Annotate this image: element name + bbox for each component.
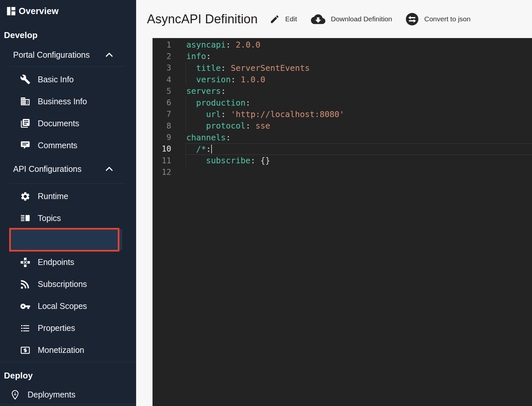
sidebar-item-documents[interactable]: Documents — [0, 112, 136, 134]
indent-guide — [186, 120, 186, 132]
code-text: version: 1.0.0 — [186, 75, 265, 84]
code-text: servers: — [186, 86, 226, 96]
sidebar-item-label: Runtime — [38, 192, 68, 201]
code-line-11[interactable]: 11subscribe: {} — [153, 155, 532, 166]
sidebar-item-label: Comments — [38, 141, 77, 150]
group-header-label: Portal Configurations — [13, 50, 90, 60]
line-number: 5 — [153, 87, 171, 96]
line-number: 1 — [153, 40, 171, 50]
code-line-10[interactable]: 10/*: — [153, 143, 532, 155]
line-number: 7 — [153, 110, 171, 119]
token-val: sse — [256, 121, 270, 131]
sidebar-item-label: Topics — [38, 213, 61, 223]
indent-guide — [186, 74, 186, 85]
token-punc: {} — [260, 156, 270, 165]
code-text: protocol: sse — [186, 121, 270, 131]
sidebar-item-monetization[interactable]: Monetization — [0, 339, 136, 361]
sidebar-item-basic-info[interactable]: Basic Info — [0, 69, 136, 91]
code-editor[interactable]: 1asyncapi: 2.0.02info:3title: ServerSent… — [153, 38, 532, 406]
sidebar-item-business-info[interactable]: Business Info — [0, 91, 136, 112]
line-number: 4 — [153, 75, 171, 84]
code-line-8[interactable]: 8protocol: sse — [153, 120, 532, 132]
code-line-2[interactable]: 2info: — [153, 51, 532, 62]
token-punc: : — [206, 51, 211, 61]
documents-icon — [19, 117, 32, 130]
sidebar-item-local-scopes[interactable]: Local Scopes — [0, 295, 136, 317]
sidebar-item-label: Deployments — [28, 390, 75, 399]
line-number: 6 — [153, 98, 171, 107]
wrench-icon — [19, 73, 32, 86]
download-definition-button[interactable]: Download Definition — [311, 13, 392, 25]
code-line-9[interactable]: 9channels: — [153, 132, 532, 143]
sidebar-item-label: Monetization — [38, 345, 84, 355]
token-val: 'http://localhost:8080' — [231, 110, 344, 119]
token-key: info — [186, 51, 206, 61]
token-val: ServerSentEvents — [231, 63, 310, 73]
code-line-1[interactable]: 1asyncapi: 2.0.0 — [153, 39, 532, 51]
code-text: /*: — [186, 144, 212, 154]
token-punc: : — [221, 86, 226, 96]
location-pin-icon — [9, 388, 22, 401]
sidebar-item-label: Local Scopes — [38, 301, 87, 311]
selected-item-background — [9, 229, 122, 250]
divider — [9, 183, 125, 184]
sidebar-item-label: Business Info — [38, 97, 87, 106]
line-number: 2 — [153, 52, 171, 61]
sidebar: Overview Develop Portal ConfigurationsBa… — [0, 0, 136, 406]
token-punc: : — [221, 63, 231, 73]
overview-label: Overview — [19, 6, 59, 16]
header-actions: EditDownload DefinitionConvert to json — [270, 13, 484, 26]
sidebar-item-deployments[interactable]: Deployments — [0, 384, 136, 406]
code-text: title: ServerSentEvents — [186, 63, 310, 73]
convert-to-json-button[interactable]: Convert to json — [406, 13, 470, 26]
code-line-7[interactable]: 7url: 'http://localhost:8080' — [153, 109, 532, 120]
code-line-6[interactable]: 6production: — [153, 97, 532, 108]
sidebar-item-overview[interactable]: Overview — [0, 2, 136, 20]
chevron-up-icon — [104, 50, 114, 60]
line-number: 11 — [153, 156, 171, 165]
sidebar-item-comments[interactable]: Comments — [0, 134, 136, 156]
token-punc: : — [246, 98, 251, 108]
token-key: /* — [196, 144, 206, 154]
sidebar-item-runtime[interactable]: Runtime — [0, 185, 136, 207]
code-text: subscribe: {} — [186, 156, 270, 165]
code-text: url: 'http://localhost:8080' — [186, 110, 344, 119]
token-punc: : — [226, 40, 235, 50]
chevron-up-icon — [104, 164, 114, 174]
sidebar-item-properties[interactable]: Properties — [0, 317, 136, 339]
token-punc: : — [221, 110, 231, 119]
token-punc: : — [246, 121, 256, 131]
token-key: asyncapi — [186, 40, 226, 50]
comment-icon — [19, 139, 32, 152]
group-header-portal-configurations[interactable]: Portal Configurations — [0, 44, 136, 66]
token-key: protocol — [206, 121, 245, 131]
sidebar-item-subscriptions[interactable]: Subscriptions — [0, 273, 136, 295]
token-punc: : — [251, 156, 260, 165]
sidebar-item-label: Properties — [38, 323, 75, 333]
code-line-4[interactable]: 4version: 1.0.0 — [153, 74, 532, 85]
indent-guide — [186, 62, 186, 74]
line-number: 9 — [153, 133, 171, 142]
cloud-download-icon — [311, 13, 325, 25]
token-key: subscribe — [206, 156, 250, 165]
action-label: Convert to json — [424, 15, 470, 23]
action-label: Download Definition — [331, 15, 392, 23]
token-key: production — [196, 98, 246, 108]
topics-icon — [19, 212, 32, 225]
code-line-12[interactable]: 12 — [153, 166, 532, 178]
line-number: 8 — [153, 121, 171, 131]
line-number: 10 — [153, 144, 171, 153]
sidebar-item-endpoints[interactable]: Endpoints — [0, 251, 136, 273]
sidebar-item-topics[interactable]: Topics — [0, 207, 136, 229]
token-key: servers — [186, 86, 221, 96]
group-header-api-configurations[interactable]: API Configurations — [0, 158, 136, 180]
code-line-5[interactable]: 5servers: — [153, 85, 532, 97]
indent-guide — [186, 155, 186, 166]
line-number: 12 — [153, 168, 171, 177]
edit-button[interactable]: Edit — [270, 14, 297, 24]
sidebar-item-label: Documents — [38, 119, 79, 128]
sidebar-bottom-strip — [0, 404, 136, 406]
divider — [9, 66, 125, 67]
pencil-icon — [270, 14, 280, 24]
code-line-3[interactable]: 3title: ServerSentEvents — [153, 62, 532, 74]
